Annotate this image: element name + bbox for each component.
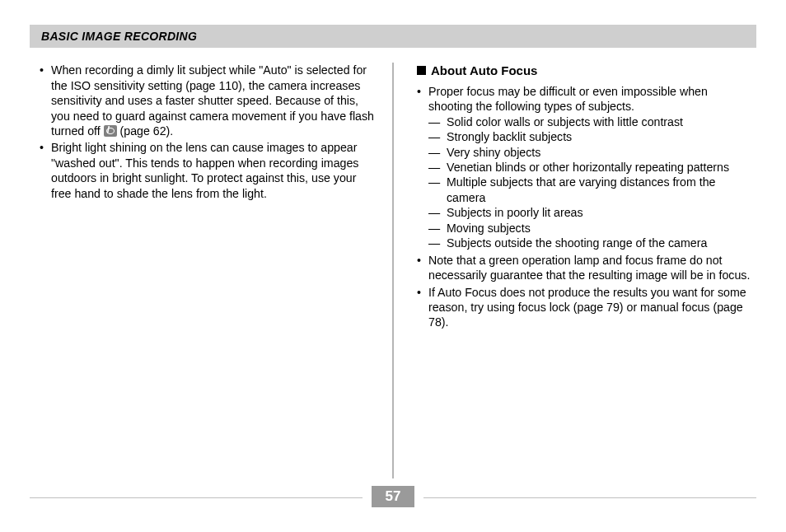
left-bullet-1-pre: When recording a dimly lit subject while… — [51, 63, 374, 138]
page-number-badge: 57 — [372, 486, 414, 507]
right-bullet-1: Proper focus may be difficult or even im… — [417, 84, 751, 251]
dash-text: Moving subjects — [447, 222, 531, 235]
right-column: About Auto Focus Proper focus may be dif… — [394, 63, 756, 478]
dash-item: Subjects in poorly lit areas — [428, 205, 751, 220]
section-title-bar: BASIC IMAGE RECORDING — [30, 25, 756, 48]
section-title-text: BASIC IMAGE RECORDING — [41, 30, 197, 43]
left-bullet-2: Bright light shining on the lens can cau… — [40, 140, 376, 201]
right-bullet-3-text: If Auto Focus does not produce the resul… — [428, 286, 746, 329]
right-bullet-1-intro: Proper focus may be difficult or even im… — [428, 85, 708, 113]
dash-text: Subjects outside the shooting range of t… — [447, 236, 707, 250]
square-bullet-icon — [417, 66, 426, 75]
right-bullet-3: If Auto Focus does not produce the resul… — [417, 285, 751, 330]
left-column: When recording a dimly lit subject while… — [30, 63, 392, 478]
content-columns: When recording a dimly lit subject while… — [30, 63, 756, 478]
dash-text: Very shiny objects — [447, 146, 540, 159]
dash-item: Very shiny objects — [428, 145, 751, 160]
dash-text: Venetian blinds or other horizontally re… — [447, 161, 729, 174]
dash-item: Multiple subjects that are varying dista… — [428, 175, 751, 205]
dash-item: Moving subjects — [428, 221, 751, 236]
right-subheading-text: About Auto Focus — [431, 63, 537, 77]
manual-page: BASIC IMAGE RECORDING When recording a d… — [0, 0, 786, 532]
dash-item: Subjects outside the shooting range of t… — [428, 236, 751, 250]
page-number-text: 57 — [386, 488, 401, 504]
dash-item: Strongly backlit subjects — [428, 129, 751, 144]
footer-rule-left — [30, 497, 363, 498]
dash-item: Venetian blinds or other horizontally re… — [428, 160, 751, 175]
page-footer: 57 — [30, 488, 756, 509]
left-bullet-1-post: (page 62). — [120, 124, 174, 138]
left-bullet-1: When recording a dimly lit subject while… — [40, 63, 376, 138]
dash-text: Strongly backlit subjects — [447, 130, 572, 143]
dash-text: Multiple subjects that are varying dista… — [447, 175, 715, 203]
flash-off-icon — [104, 125, 117, 137]
right-bullet-list: Proper focus may be difficult or even im… — [417, 84, 751, 330]
right-bullet-2: Note that a green operation lamp and foc… — [417, 253, 751, 283]
left-bullet-list: When recording a dimly lit subject while… — [40, 63, 376, 201]
dash-item: Solid color walls or subjects with littl… — [428, 114, 751, 129]
right-dash-list: Solid color walls or subjects with littl… — [428, 114, 751, 251]
right-subheading: About Auto Focus — [417, 63, 751, 79]
right-bullet-2-text: Note that a green operation lamp and foc… — [428, 254, 750, 282]
dash-text: Solid color walls or subjects with littl… — [447, 115, 683, 128]
footer-rule-right — [423, 497, 756, 498]
dash-text: Subjects in poorly lit areas — [447, 206, 583, 219]
left-bullet-2-text: Bright light shining on the lens can cau… — [51, 141, 358, 199]
